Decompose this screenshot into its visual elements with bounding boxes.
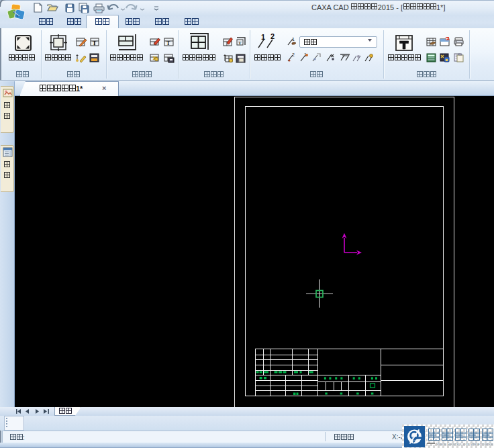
svg-text:2: 2 xyxy=(292,52,295,57)
svg-text:2: 2 xyxy=(270,33,275,40)
svg-text:T: T xyxy=(93,40,97,46)
svg-text:T: T xyxy=(238,40,242,46)
svg-text:1: 1 xyxy=(292,37,295,42)
svg-text:1: 1 xyxy=(261,33,265,41)
svg-text:T: T xyxy=(166,40,170,46)
